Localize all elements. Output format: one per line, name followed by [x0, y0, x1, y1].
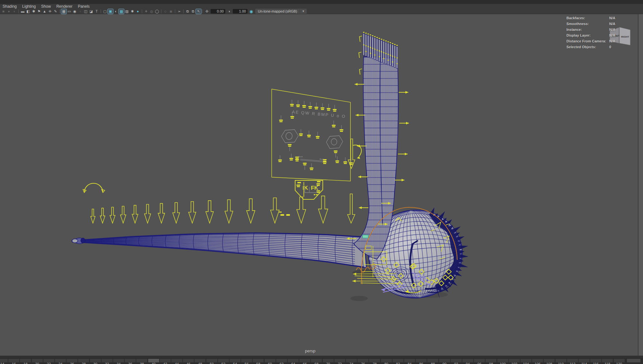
copy-icon-2[interactable]: ⧉	[190, 9, 196, 14]
right-panel-strip	[638, 14, 643, 356]
image-plane-icon[interactable]: ▲	[42, 9, 47, 14]
timeline-frame-label: 34	[117, 362, 121, 364]
body-mesh[interactable]	[72, 233, 367, 268]
menu-panels[interactable]: Panels	[78, 4, 90, 9]
timeline-frame-label: 102	[512, 362, 517, 364]
ik-switch-label[interactable]: IK	[303, 185, 308, 191]
select-tool-icon[interactable]: ➢	[177, 9, 182, 14]
menu-lighting[interactable]: Lighting	[22, 4, 36, 9]
gamma-icon[interactable]: ◑	[226, 9, 232, 14]
resolution-gate-icon[interactable]: ◉	[72, 9, 77, 14]
viewport-canvas[interactable]: AE QW R BMP U o ORockRockIKFK	[0, 14, 643, 356]
film-gate-icon[interactable]: ▭	[67, 9, 72, 14]
grid-icon[interactable]: ▦	[61, 9, 67, 14]
safe-action-icon[interactable]: ◪	[88, 9, 94, 14]
menu-shading[interactable]: Shading	[3, 4, 17, 9]
timeline-frame-label: 44	[175, 362, 179, 364]
timeline-frame-label: 58	[256, 362, 260, 364]
picker-header-text: AE QW R BMP U o O	[292, 109, 346, 119]
shadows-icon[interactable]: ✧	[143, 9, 149, 14]
timeline-frame-label: 72	[338, 362, 342, 364]
two-d-pan-icon[interactable]: ✛	[47, 9, 53, 14]
timeline-frame-label: 32	[105, 362, 109, 364]
smooth-shade-icon[interactable]: ●	[135, 9, 140, 14]
menu-renderer[interactable]: Renderer	[56, 4, 72, 9]
timeline-frame-label: 74	[349, 362, 353, 364]
timeline-frame-label: 98	[489, 362, 493, 364]
camera-attrs-icon[interactable]: ✱	[31, 9, 36, 14]
toolbar-separator	[203, 9, 203, 13]
exposure-field[interactable]: 0.00	[211, 9, 225, 14]
motion-blur-icon[interactable]: ◯	[154, 9, 160, 14]
timeline-frame-label: 18	[23, 362, 27, 364]
timeline-frame-label: 106	[535, 362, 540, 364]
lighting-icon[interactable]: ✺	[130, 9, 135, 14]
safe-title-icon[interactable]: T	[94, 9, 99, 14]
timeline-frame-label: 76	[361, 362, 365, 364]
wireframe-icon[interactable]: ▢	[102, 9, 108, 14]
shaded-icon[interactable]: ▣	[108, 9, 113, 14]
isolate-select-icon[interactable]: ↖	[196, 9, 201, 14]
panel-menubar: ShadingLightingShowRendererPanels	[0, 4, 643, 9]
gamma-field[interactable]: 1.00	[233, 9, 248, 14]
timeline-frame-label: 14	[0, 362, 4, 364]
toolbar-separator	[18, 9, 19, 13]
timeline-frame-label: 52	[222, 362, 225, 364]
time-slider[interactable]: 1416182022242628303234363840424446485052…	[0, 358, 643, 364]
copy-icon-1[interactable]: ⧉	[185, 9, 190, 14]
ao-icon[interactable]: ◍	[149, 9, 154, 14]
picker-panel[interactable]: AE QW R BMP U o ORockRockIKFK	[272, 89, 353, 199]
snap-icon-2[interactable]: ●	[6, 9, 12, 14]
toolbar-separator	[183, 9, 184, 13]
timeline-frame-label: 86	[419, 362, 423, 364]
hud-row: Backfaces:N/A	[566, 16, 637, 22]
snap-icon-3[interactable]: ◗	[12, 9, 17, 14]
hud-row: Instance:N/A	[566, 28, 637, 33]
color-mgmt-toggle-icon[interactable]: ◉	[249, 9, 254, 14]
isolate-icon[interactable]: ◌	[163, 9, 168, 14]
picker-small-label: Rock	[298, 156, 303, 158]
timeline-frame-label: 90	[442, 362, 446, 364]
timeline-frame-label: 20	[35, 362, 39, 364]
timeline-frame-label: 42	[163, 362, 167, 364]
timeline-frame-label: 70	[326, 362, 330, 364]
timeline-frame-label: 100	[500, 362, 505, 364]
colorspace-dropdown[interactable]: Un-tone-mapped (sRGB)▼	[255, 9, 307, 14]
grease-pencil-icon[interactable]: ✎	[53, 9, 58, 14]
camera-icon[interactable]: ▬	[20, 9, 25, 14]
textured-icon[interactable]: ▩	[119, 9, 124, 14]
viewport[interactable]: AE QW R BMP U o ORockRockIKFK Backfaces:…	[0, 14, 643, 356]
gate-mask-icon[interactable]: ▫	[77, 9, 83, 14]
hud-row: Display Layer:N/A	[566, 33, 637, 39]
shaded-wire-icon[interactable]: ◐	[113, 9, 119, 14]
camera-lock-icon[interactable]: ◧	[25, 9, 31, 14]
toolbar-separator	[175, 9, 175, 13]
timeline-frame-label: 66	[303, 362, 307, 364]
timeline-frame-label: 110	[558, 362, 564, 364]
timeline-frame-label: 36	[128, 362, 132, 364]
timeline-frame-label: 48	[198, 362, 202, 364]
toolbar-separator	[59, 9, 60, 13]
timeline-frame-label: 50	[210, 362, 213, 364]
bookmark-icon[interactable]: ⚑	[36, 9, 42, 14]
snap-icon-1[interactable]: ■	[1, 9, 6, 14]
timeline-frame-label: 92	[454, 362, 458, 364]
viewport-bottom-border	[0, 356, 643, 358]
exposure-icon[interactable]: ✣	[204, 9, 210, 14]
toolbar-separator	[161, 9, 161, 13]
timeline-frame-label: 56	[245, 362, 249, 364]
timeline-frame-label: 22	[47, 362, 51, 364]
timeline-frame-label: 26	[70, 362, 74, 364]
menu-show[interactable]: Show	[41, 4, 51, 9]
timeline-frame-label: 120	[616, 362, 622, 364]
timeline-frame-label: 38	[140, 362, 144, 364]
toolbar-separator	[101, 9, 101, 13]
fog-icon[interactable]: ◙	[168, 9, 174, 14]
field-chart-icon[interactable]: ◫	[83, 9, 88, 14]
timeline-frame-label: 46	[186, 362, 190, 364]
timeline-frame-label: 112	[570, 362, 575, 364]
camera-label: persp	[294, 349, 326, 353]
use-all-lights-icon[interactable]: ▨	[124, 9, 130, 14]
timeline-frame-label: 64	[291, 362, 295, 364]
timeline-frame-label: 82	[396, 362, 400, 364]
